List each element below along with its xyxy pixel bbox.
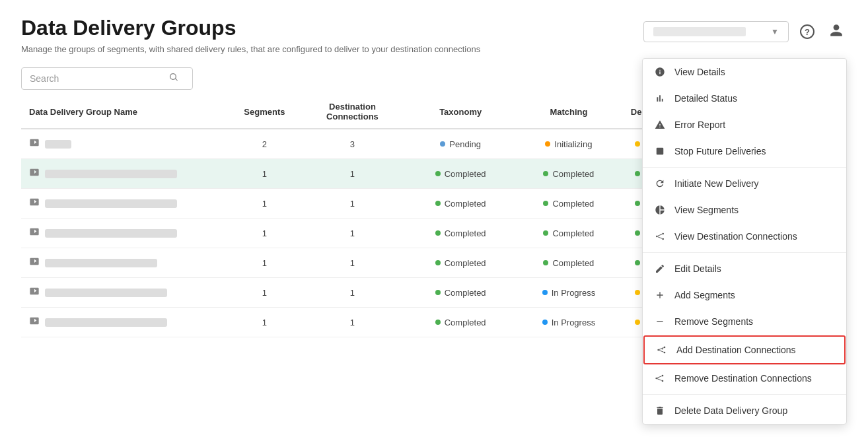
taxonomy-status-label: Completed — [445, 228, 486, 238]
menu-item-edit-details[interactable]: Edit Details — [643, 256, 846, 282]
cell-segments: 1 — [231, 278, 298, 308]
cell-matching: Completed — [515, 248, 623, 278]
svg-point-3 — [662, 238, 664, 240]
cell-matching: In Progress — [515, 308, 623, 337]
context-menu: View Details Detailed Status Error Repor… — [642, 58, 847, 425]
row-expand-icon[interactable] — [29, 137, 40, 151]
taxonomy-status-dot — [435, 260, 441, 265]
cell-taxonomy: Pending — [406, 129, 515, 159]
extra-status-dot — [635, 320, 640, 325]
extra-status-dot — [635, 171, 640, 176]
svg-point-12 — [655, 378, 657, 380]
cell-name — [21, 278, 231, 308]
menu-item-delete-group[interactable]: Delete Data Delivery Group — [643, 397, 846, 424]
col-header-segments: Segments — [231, 95, 298, 129]
menu-item-stop-deliveries[interactable]: Stop Future Deliveries — [643, 138, 846, 164]
remove-connections-icon — [653, 372, 667, 385]
group-selector-dropdown[interactable]: ▼ — [643, 21, 789, 42]
row-expand-icon[interactable] — [29, 167, 40, 180]
svg-point-7 — [664, 347, 666, 349]
cell-name — [21, 308, 231, 337]
cell-name — [21, 248, 231, 278]
table-row[interactable]: 1 1 Completed In Progress — [21, 278, 657, 308]
bar-chart-icon — [653, 92, 667, 105]
svg-line-4 — [658, 234, 663, 236]
trash-icon — [653, 404, 667, 417]
cell-dest-connections: 1 — [299, 308, 407, 337]
taxonomy-status-dot — [435, 230, 441, 236]
menu-item-error-report[interactable]: Error Report — [643, 112, 846, 138]
header-left: Data Delivery Groups Manage the groups o… — [21, 16, 480, 54]
table-row[interactable]: 1 1 Completed In Progress — [21, 308, 657, 337]
menu-item-label: Delete Data Delivery Group — [674, 405, 787, 416]
menu-item-label: Edit Details — [674, 263, 721, 274]
refresh-icon — [653, 177, 667, 190]
cell-segments: 2 — [231, 129, 298, 159]
matching-status-label: In Progress — [552, 318, 595, 327]
search-input[interactable] — [30, 73, 168, 84]
help-button[interactable]: ? — [797, 21, 818, 42]
taxonomy-status-label: Completed — [445, 288, 486, 298]
menu-item-label: Remove Segments — [674, 316, 753, 327]
cell-dest-connections: 3 — [299, 129, 407, 159]
table-row[interactable]: 1 1 Completed Completed — [21, 189, 657, 219]
menu-item-label: Add Destination Connections — [676, 345, 796, 355]
add-segments-icon — [653, 289, 667, 302]
menu-item-remove-dest-connections[interactable]: Remove Destination Connections — [643, 365, 846, 392]
edit-icon — [653, 262, 667, 275]
table-row[interactable]: 1 1 Completed Completed — [21, 159, 657, 189]
menu-item-add-segments[interactable]: Add Segments — [643, 282, 846, 308]
header-right: ▼ ? — [643, 21, 847, 42]
cell-segments: 1 — [231, 189, 298, 219]
menu-item-label: Add Segments — [674, 290, 735, 300]
menu-item-view-segments[interactable]: View Segments — [643, 197, 846, 223]
taxonomy-status-dot — [435, 320, 441, 325]
cell-matching: Completed — [515, 189, 623, 219]
menu-item-label: Error Report — [674, 119, 725, 130]
table-row[interactable]: 1 1 Completed Completed — [21, 248, 657, 278]
page-subtitle: Manage the groups of segments, with shar… — [21, 44, 480, 54]
svg-point-2 — [662, 233, 664, 235]
menu-item-remove-segments[interactable]: Remove Segments — [643, 308, 846, 335]
svg-line-15 — [657, 376, 662, 378]
row-expand-icon[interactable] — [29, 226, 40, 240]
svg-point-8 — [664, 352, 666, 354]
matching-status-label: Completed — [552, 199, 594, 209]
menu-item-detailed-status[interactable]: Detailed Status — [643, 85, 846, 112]
svg-point-6 — [657, 349, 659, 351]
matching-status-label: Completed — [552, 169, 594, 179]
page-header: Data Delivery Groups Manage the groups o… — [0, 0, 868, 62]
add-connections-icon: + — [655, 343, 669, 357]
menu-item-view-details[interactable]: View Details — [643, 59, 846, 85]
cell-matching: Completed — [515, 219, 623, 248]
page-title: Data Delivery Groups — [21, 16, 480, 40]
svg-text:+: + — [661, 347, 664, 351]
user-profile-button[interactable] — [826, 21, 847, 42]
chevron-down-icon: ▼ — [771, 27, 779, 36]
menu-item-add-dest-connections[interactable]: + Add Destination Connections — [643, 335, 846, 364]
matching-status-label: In Progress — [552, 288, 595, 298]
menu-item-label: View Destination Connections — [674, 231, 797, 242]
extra-status-dot — [635, 230, 640, 236]
cell-taxonomy: Completed — [406, 278, 515, 308]
row-expand-icon[interactable] — [29, 197, 40, 210]
taxonomy-status-label: Completed — [445, 258, 486, 268]
menu-item-initiate-delivery[interactable]: Initiate New Delivery — [643, 170, 846, 197]
cell-taxonomy: Completed — [406, 189, 515, 219]
taxonomy-status-label: Completed — [445, 169, 486, 179]
row-expand-icon[interactable] — [29, 286, 40, 299]
menu-divider — [643, 394, 846, 395]
cell-dest-connections: 1 — [299, 278, 407, 308]
cell-name — [21, 159, 231, 189]
menu-item-label: Initiate New Delivery — [674, 178, 759, 189]
table-row[interactable]: 1 1 Completed Completed — [21, 219, 657, 248]
menu-item-view-dest-connections[interactable]: View Destination Connections — [643, 223, 846, 250]
row-expand-icon[interactable] — [29, 316, 40, 329]
table-row[interactable]: 2 3 Pending Initializing — [21, 129, 657, 159]
matching-status-dot — [542, 290, 548, 295]
taxonomy-status-dot — [435, 171, 441, 176]
row-expand-icon[interactable] — [29, 256, 40, 269]
cell-dest-connections: 1 — [299, 189, 407, 219]
cell-dest-connections: 1 — [299, 248, 407, 278]
cell-taxonomy: Completed — [406, 159, 515, 189]
